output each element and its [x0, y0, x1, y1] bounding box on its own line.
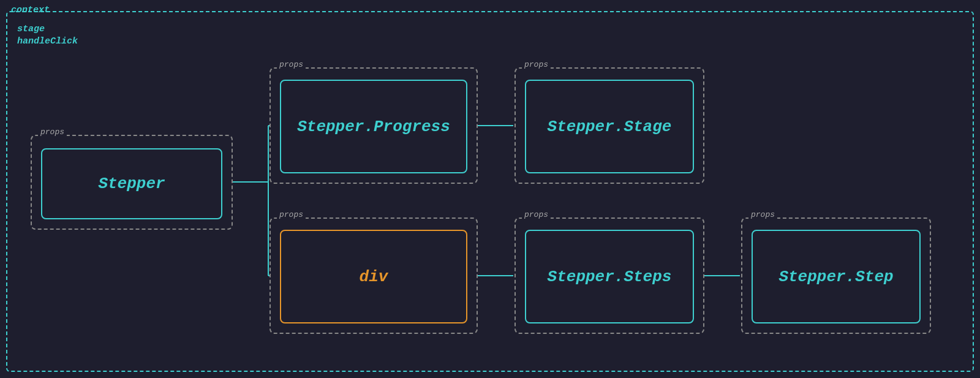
steps-props-label: props	[522, 210, 551, 219]
stepper-title: Stepper	[98, 175, 165, 193]
stage-section: stage handleClick	[17, 23, 78, 47]
context-label: context	[11, 5, 50, 15]
progress-title: Stepper.Progress	[297, 118, 450, 136]
stepper-card: props Stepper	[31, 135, 233, 230]
progress-card: props Stepper.Progress	[270, 67, 478, 184]
steps-card: props Stepper.Steps	[514, 217, 704, 334]
progress-inner: Stepper.Progress	[280, 80, 467, 173]
div-props-label: props	[277, 210, 306, 219]
div-card: props div	[270, 217, 478, 334]
stepper-props-label: props	[38, 127, 67, 137]
step-props-label: props	[748, 210, 777, 219]
stage-label: stage	[17, 23, 78, 36]
stage-title: Stepper.Stage	[548, 118, 672, 136]
handleclick-label: handleClick	[17, 36, 78, 48]
stage-props-label: props	[522, 60, 551, 69]
stepper-inner: Stepper	[41, 148, 222, 219]
step-title: Stepper.Step	[778, 268, 893, 286]
div-inner: div	[280, 230, 467, 323]
step-inner: Stepper.Step	[752, 230, 921, 323]
progress-props-label: props	[277, 60, 306, 69]
stage-card: props Stepper.Stage	[514, 67, 704, 184]
canvas: context stage handleClick props Stepper …	[0, 0, 980, 378]
stage-inner: Stepper.Stage	[525, 80, 694, 173]
step-card: props Stepper.Step	[741, 217, 931, 334]
steps-title: Stepper.Steps	[548, 268, 672, 286]
steps-inner: Stepper.Steps	[525, 230, 694, 323]
div-title: div	[360, 268, 388, 286]
